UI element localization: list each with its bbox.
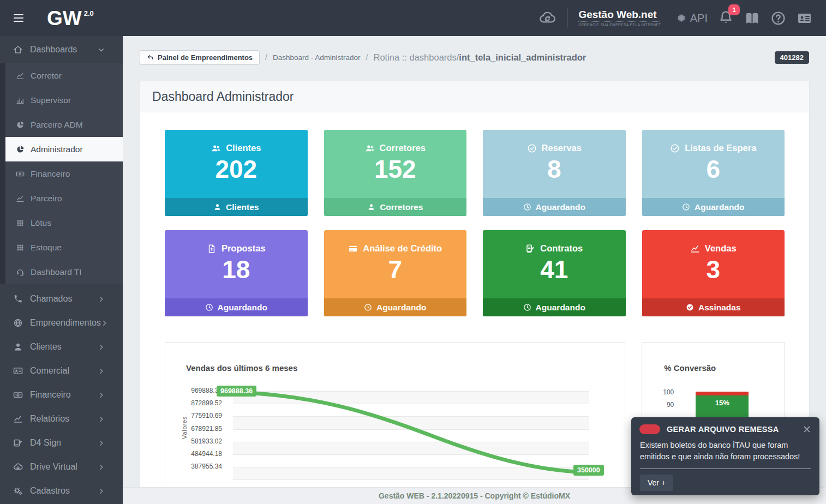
stat-card-body: Clientes202 — [165, 130, 308, 198]
help-icon[interactable] — [770, 10, 786, 26]
back-button[interactable]: Painel de Empreendimentos — [140, 50, 260, 65]
sidebar-subitem-estoque[interactable]: Estoque — [5, 235, 123, 260]
sidebar-item-label: Comercial — [30, 366, 98, 376]
sidebar-main-items: ChamadosEmpreendimentosClientesComercial… — [0, 284, 123, 503]
sales-line-series — [233, 389, 591, 484]
route-name: int_tela_inicial_administrador — [459, 52, 586, 62]
pie-icon — [16, 121, 25, 129]
logo-version: 2.0 — [84, 9, 94, 17]
top-navbar: GW 2.0 Gestão Web.net GERENCIE SUA EMPRE… — [0, 0, 826, 36]
stat-card-propostas[interactable]: Propostas18Aguardando — [165, 230, 308, 316]
breadcrumb-route: Rotina :: dashboards/int_tela_inicial_ad… — [373, 52, 586, 63]
sidebar-subitem-parceiro-adm[interactable]: Parceiro ADM — [5, 112, 123, 137]
y-axis-tick: 581933.02 — [165, 435, 226, 448]
route-prefix: Rotina :: dashboards/ — [373, 52, 459, 62]
notifications-button[interactable]: 1 — [718, 9, 734, 27]
stat-card-value: 202 — [215, 154, 257, 184]
app-logo[interactable]: GW 2.0 — [47, 8, 94, 28]
sidebar-item-drive-virtual[interactable]: Drive Virtual — [0, 455, 123, 479]
toast-see-more-button[interactable]: Ver + — [640, 475, 673, 491]
cloud-down-icon — [13, 462, 23, 472]
stat-card-body: Reservas8 — [483, 130, 626, 198]
stat-card-body: Propostas18 — [165, 230, 308, 298]
sidebar-item-relatórios[interactable]: Relatórios — [0, 407, 123, 431]
stat-card-title: Contratos — [540, 243, 583, 254]
sidebar-subitem-corretor[interactable]: Corretor — [5, 63, 123, 88]
stat-card-footer: Assinadas — [642, 298, 785, 316]
stat-card-body: Análise de Crédito7 — [324, 230, 467, 298]
chevron-down-icon — [98, 46, 105, 53]
stat-card-vendas[interactable]: Vendas3Assinadas — [642, 230, 785, 316]
stat-card-listas-de-espera[interactable]: Listas de Espera6Aguardando — [642, 130, 785, 216]
clock-icon — [523, 203, 531, 211]
sidebar-subitem-dashboard-ti[interactable]: Dashboard TI — [5, 260, 123, 284]
toast-title: GERAR ARQUIVO REMESSA — [667, 425, 779, 434]
stat-card-title: Vendas — [705, 243, 737, 254]
stat-card-title: Propostas — [222, 243, 266, 254]
cloud-sync-icon[interactable] — [537, 9, 557, 27]
sidebar-subitem-supervisor[interactable]: Supervisor — [5, 88, 123, 112]
stat-card-clientes[interactable]: Clientes202Clientes — [165, 130, 308, 216]
stat-card-footer: Corretores — [324, 198, 467, 216]
sidebar-item-dashboards[interactable]: Dashboards — [0, 36, 123, 63]
stat-card-title: Corretores — [380, 143, 426, 153]
sidebar-item-chamados[interactable]: Chamados — [0, 287, 123, 311]
conversion-tick-100: 100 — [655, 388, 674, 396]
stat-card-title-row: Vendas — [690, 243, 737, 254]
stat-card-footer: Aguardando — [483, 198, 626, 216]
sidebar-item-financeiro[interactable]: Financeiro — [0, 383, 123, 407]
y-axis-label: Valores — [181, 416, 188, 439]
sidebar-item-cadastros[interactable]: Cadastros — [0, 479, 123, 503]
chevron-right-icon — [98, 368, 105, 375]
brand-link[interactable]: Gestão Web.net GERENCIE SUA EMPRESA PELA… — [578, 9, 661, 27]
sidebar: Dashboards CorretorSupervisorParceiro AD… — [0, 36, 123, 504]
sidebar-item-label: D4 Sign — [30, 438, 98, 448]
sidebar-subitem-administrador[interactable]: Administrador — [5, 137, 123, 161]
clock-icon — [682, 203, 690, 211]
toast-divider — [640, 469, 811, 469]
footer-text: Gestão WEB - 2.1.20220915 - Copyright © … — [379, 491, 570, 500]
api-button[interactable]: API — [676, 12, 708, 25]
chevron-right-icon — [98, 344, 105, 351]
id-card-icon — [13, 366, 23, 376]
stat-card-reservas[interactable]: Reservas8Aguardando — [483, 130, 626, 216]
credit-card-icon — [348, 244, 358, 254]
stat-card-value: 3 — [706, 255, 720, 284]
sidebar-item-d4-sign[interactable]: D4 Sign — [0, 431, 123, 455]
stat-card-footer: Aguardando — [642, 198, 785, 216]
gear-icon — [676, 13, 687, 23]
sidebar-subitem-financeiro[interactable]: Financeiro — [5, 161, 123, 186]
sidebar-item-empreendimentos[interactable]: Empreendimentos — [0, 311, 123, 335]
file-dollar-icon — [207, 244, 217, 254]
stat-card-footer: Aguardando — [165, 298, 308, 316]
profile-card-icon[interactable] — [797, 10, 812, 26]
check-circle-icon — [670, 143, 680, 153]
sidebar-subitem-lótus[interactable]: Lótus — [5, 211, 123, 235]
users-icon — [211, 143, 221, 153]
sidebar-subitem-parceiro[interactable]: Parceiro — [5, 186, 123, 211]
stat-card-análise-de-crédito[interactable]: Análise de Crédito7Aguardando — [324, 230, 467, 316]
clock-icon — [205, 303, 213, 311]
stat-card-contratos[interactable]: Contratos41Aguardando — [483, 230, 626, 316]
gears-icon — [13, 486, 23, 496]
close-icon[interactable] — [803, 425, 811, 434]
y-axis-ticks: 969888.36872899.52775910.69678921.855819… — [165, 385, 226, 473]
stat-card-footer-label: Aguardando — [695, 202, 744, 212]
sidebar-item-label: Cadastros — [30, 486, 98, 496]
chart-line-icon — [690, 244, 700, 254]
sidebar-subitem-label: Dashboard TI — [31, 267, 82, 277]
globe-icon — [13, 318, 23, 328]
stat-card-body: Listas de Espera6 — [642, 130, 785, 198]
stat-card-footer-label: Aguardando — [536, 303, 585, 313]
sidebar-item-comercial[interactable]: Comercial — [0, 359, 123, 383]
dashboards-submenu: CorretorSupervisorParceiro ADMAdministra… — [0, 63, 123, 284]
hamburger-menu-icon[interactable] — [12, 11, 25, 25]
chevron-right-icon — [98, 296, 105, 303]
stat-card-corretores[interactable]: Corretores152Corretores — [324, 130, 467, 216]
stat-card-footer-label: Aguardando — [376, 303, 426, 313]
conversion-tick-90: 90 — [655, 401, 674, 409]
manual-book-icon[interactable] — [744, 10, 760, 26]
sidebar-item-clientes[interactable]: Clientes — [0, 335, 123, 359]
stat-card-footer-label: Clientes — [226, 202, 259, 212]
home-icon — [13, 45, 23, 55]
